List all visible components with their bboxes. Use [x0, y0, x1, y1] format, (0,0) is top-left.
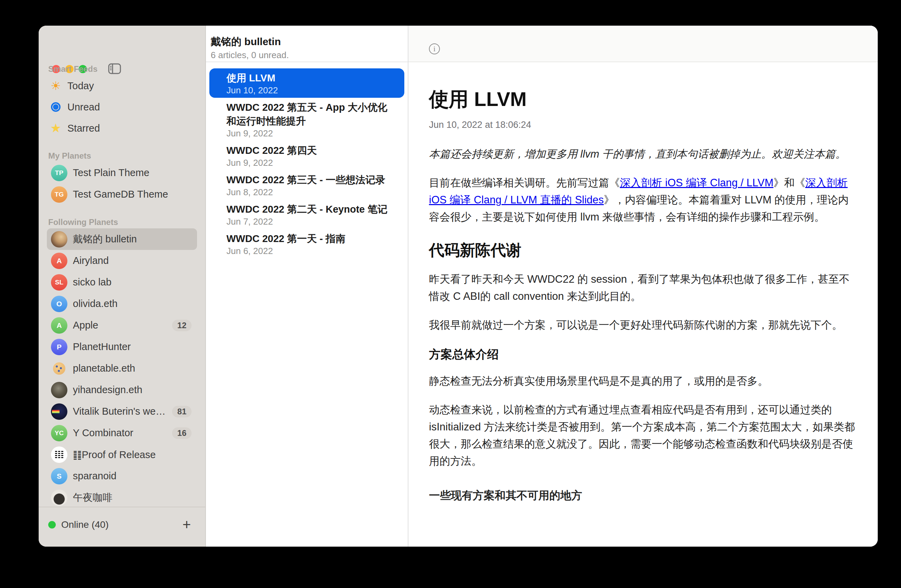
grid-glyph-dash: [58, 457, 60, 458]
avatar: [51, 231, 67, 247]
article-date: Jun 9, 2022: [226, 158, 396, 168]
avatar: [51, 490, 67, 506]
sidebar-item-label: 戴铭的 bulletin: [73, 232, 197, 246]
reader-date: Jun 10, 2022 at 18:06:24: [429, 120, 859, 130]
grid-glyph-dash: [61, 455, 63, 456]
article-date: Jun 7, 2022: [226, 217, 396, 226]
reader-paragraph: 动态检查来说，以前检查的方式有通过埋点查看相应代码是否有用到，还可以通过类的 i…: [429, 401, 859, 470]
sidebar-item-unread[interactable]: Unread: [39, 96, 205, 118]
grid-glyph-row: [55, 451, 63, 452]
sidebar-scroll-area: Smart Feeds ☀TodayUnread★Starred My Plan…: [39, 26, 205, 507]
sidebar-item-bulletin[interactable]: 戴铭的 bulletin: [47, 229, 197, 250]
article-list-item[interactable]: WWDC 2022 第四天Jun 9, 2022: [209, 141, 404, 170]
article-date: Jun 9, 2022: [226, 129, 396, 138]
avatar-speck: [56, 366, 58, 367]
article-list-item[interactable]: WWDC 2022 第二天 - Keynote 笔记Jun 7, 2022: [209, 200, 404, 229]
article-list-item[interactable]: WWDC 2022 第一天 - 指南Jun 6, 2022: [209, 229, 404, 258]
online-indicator-icon: [48, 521, 56, 529]
section-following-planets: Following Planets 戴铭的 bulletinAAirylandS…: [39, 218, 205, 507]
sidebar-item-y-combinator[interactable]: YCY Combinator16: [47, 422, 197, 444]
grid-glyph-dash: [58, 451, 60, 452]
avatar: [51, 403, 67, 420]
sidebar-item-label: Vitalik Buterin's webs...: [73, 406, 167, 417]
sidebar-item-planethunter[interactable]: PPlanetHunter: [47, 336, 197, 358]
article-title: WWDC 2022 第四天: [226, 143, 396, 157]
sidebar-item-test-plain-theme[interactable]: TPTest Plain Theme: [47, 162, 197, 184]
grid-glyph-icon: [55, 451, 63, 458]
grid-glyph-dash: [58, 455, 60, 456]
reader-inline-link[interactable]: 深入剖析 iOS 编译 Clang / LLVM: [620, 177, 773, 189]
avatar: A: [51, 317, 67, 334]
reader-title: 使用 LLVM: [429, 87, 859, 111]
sidebar-item-label: sicko lab: [73, 277, 197, 288]
avatar: S: [51, 468, 67, 484]
article-title: WWDC 2022 第二天 - Keynote 笔记: [226, 202, 396, 216]
section-smart-feeds: Smart Feeds ☀TodayUnread★Starred: [39, 64, 205, 139]
sidebar-item-item-12[interactable]: 午夜咖啡: [47, 487, 197, 507]
reader-subheading: 方案总体介绍: [429, 347, 859, 361]
reader-paragraph: 昨天看了昨天和今天 WWDC22 的 session，看到了苹果为包体积也做了很…: [429, 271, 859, 305]
grid-glyph-dash: [55, 453, 57, 454]
unread-icon: [51, 102, 61, 112]
unread-count-badge: 81: [172, 406, 192, 417]
grid-glyph-row: [55, 455, 63, 456]
article-date: Jun 6, 2022: [226, 246, 396, 256]
avatar: O: [51, 296, 67, 312]
info-icon: i: [433, 45, 435, 53]
sidebar-item-airyland[interactable]: AAiryland: [47, 250, 197, 271]
sidebar-item-sparanoid[interactable]: Ssparanoid: [47, 465, 197, 487]
unread-count-badge: 12: [172, 320, 192, 331]
unread-dot: [53, 104, 59, 110]
grid-glyph-row: [55, 457, 63, 458]
sidebar-item-label: PlanetHunter: [73, 341, 197, 352]
article-list-item[interactable]: 使用 LLVMJun 10, 2022: [209, 68, 404, 98]
grid-glyph-dash: [61, 453, 63, 454]
sidebar-footer: Online (40) +: [39, 507, 205, 547]
article-list-header: 戴铭的 bulletin 6 articles, 0 unread.: [206, 26, 408, 62]
avatar: TG: [51, 186, 67, 203]
online-status: Online (40): [61, 519, 109, 530]
reader-paragraph: 一些现有方案和其不可用的地方: [429, 487, 859, 504]
article-title: WWDC 2022 第三天 - 一些想法记录: [226, 173, 396, 187]
reader-toolbar: i: [408, 26, 878, 62]
add-planet-button[interactable]: +: [182, 518, 191, 532]
article-list-item[interactable]: WWDC 2022 第三天 - 一些想法记录Jun 8, 2022: [209, 170, 404, 200]
article-title: WWDC 2022 第五天 - App 大小优化和运行时性能提升: [226, 101, 396, 128]
sidebar-item-label: Apple: [73, 320, 167, 331]
desktop: { "colors": { "desktop": "#000000", "sid…: [0, 0, 901, 588]
sidebar-item-planetable-eth[interactable]: planetable.eth: [47, 358, 197, 379]
sidebar-item-label: planetable.eth: [73, 363, 197, 374]
sidebar-item-label: Today: [67, 80, 205, 92]
grid-glyph-dash: [61, 451, 63, 452]
avatar-speck: [58, 370, 60, 372]
reader-paragraph: 静态检查无法分析真实使用场景里代码是不是真的用了，或用的是否多。: [429, 373, 859, 390]
sidebar-item-proof-of-release[interactable]: ䷁Proof of Release: [47, 444, 197, 465]
sidebar-item-label: yihandesign.eth: [73, 384, 197, 395]
sidebar-item-yihandesign-eth[interactable]: yihandesign.eth: [47, 379, 197, 401]
sidebar-item-today[interactable]: ☀Today: [39, 75, 205, 96]
sidebar-item-vitalik-buterin-s-webs[interactable]: Vitalik Buterin's webs...81: [47, 401, 197, 422]
article-list-pane: 戴铭的 bulletin 6 articles, 0 unread. 使用 LL…: [206, 26, 408, 547]
sidebar-item-test-gamedb-theme[interactable]: TGTest GameDB Theme: [47, 184, 197, 205]
sidebar-item-starred[interactable]: ★Starred: [39, 118, 205, 139]
sidebar-item-olivida-eth[interactable]: Oolivida.eth: [47, 293, 197, 314]
sun-icon-box: ☀: [48, 80, 63, 92]
section-label: Following Planets: [48, 218, 205, 227]
rainbow-stripe: [52, 410, 59, 413]
sidebar-item-label: 午夜咖啡: [73, 491, 197, 505]
sidebar-item-label: olivida.eth: [73, 298, 197, 310]
sidebar-item-label: sparanoid: [73, 470, 197, 482]
sidebar-item-label: Test GameDB Theme: [73, 189, 197, 200]
sidebar-item-apple[interactable]: AApple12: [47, 314, 197, 336]
sidebar-item-sicko-lab[interactable]: SLsicko lab: [47, 271, 197, 293]
article-date: Jun 10, 2022: [226, 86, 396, 95]
grid-glyph-row: [55, 453, 63, 454]
sidebar: Smart Feeds ☀TodayUnread★Starred My Plan…: [39, 26, 206, 547]
section-my-planets: My Planets TPTest Plain ThemeTGTest Game…: [39, 151, 205, 205]
article-list-item[interactable]: WWDC 2022 第五天 - App 大小优化和运行时性能提升Jun 9, 2…: [209, 98, 404, 141]
info-button[interactable]: i: [429, 44, 440, 54]
section-label: Smart Feeds: [48, 64, 205, 73]
reader-paragraph: 本篇还会持续更新，增加更多用 llvm 干的事情，直到本句话被删掉为止。欢迎关注…: [429, 146, 859, 163]
article-body: 本篇还会持续更新，增加更多用 llvm 干的事情，直到本句话被删掉为止。欢迎关注…: [429, 146, 859, 504]
article-date: Jun 8, 2022: [226, 187, 396, 197]
